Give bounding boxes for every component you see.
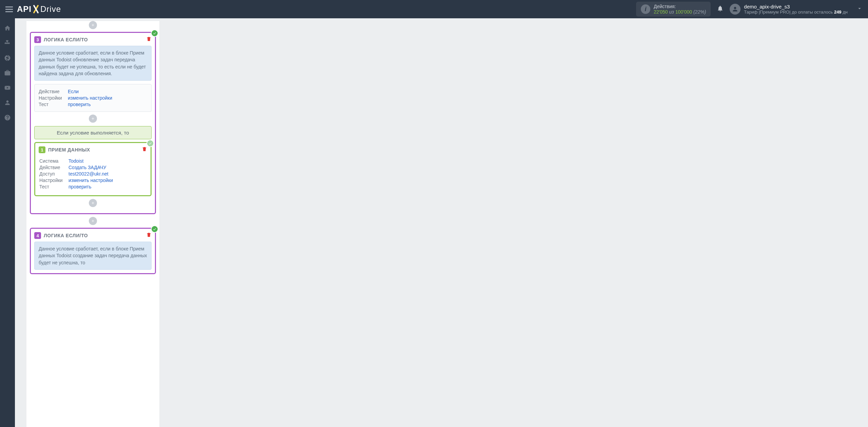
actions-of: из: [669, 9, 674, 15]
bell-icon[interactable]: [717, 5, 724, 14]
topbar: APIDrive i Действия: 22'050 из 100'000 (…: [0, 0, 868, 18]
actions-total: 100'000: [675, 9, 692, 15]
user-menu[interactable]: demo_apix-drive_s3 Тариф |Премиум PRO| д…: [730, 4, 848, 15]
chevron-down-icon[interactable]: [856, 5, 863, 13]
actions-label: Действия:: [654, 4, 706, 9]
actions-pct: (22%): [693, 9, 706, 15]
actions-counter[interactable]: i Действия: 22'050 из 100'000 (22%): [636, 2, 711, 17]
user-name: demo_apix-drive_s3: [744, 4, 848, 9]
actions-used: 22'050: [654, 9, 668, 15]
logo[interactable]: APIDrive: [17, 4, 61, 14]
user-tariff: Тариф |Премиум PRO| до оплаты осталось 2…: [744, 9, 848, 15]
avatar-icon: [730, 4, 741, 15]
info-icon: i: [641, 4, 650, 14]
menu-toggle[interactable]: [5, 6, 13, 12]
